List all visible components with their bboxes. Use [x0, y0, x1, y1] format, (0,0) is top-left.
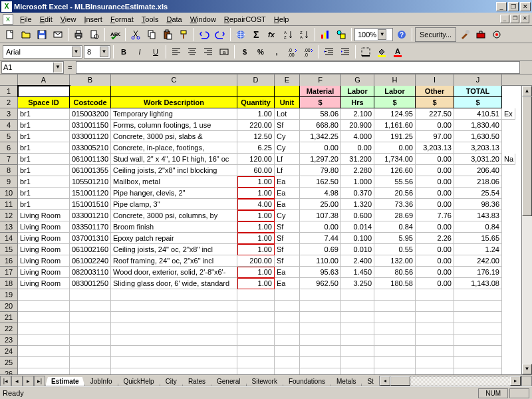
paste-function-button[interactable]: fx: [265, 27, 280, 42]
row-header-2[interactable]: 2: [0, 97, 18, 108]
email-button[interactable]: [51, 27, 65, 42]
cell-F3[interactable]: 58.06: [300, 108, 341, 120]
cell-B16[interactable]: 061002240: [70, 255, 111, 267]
cell-D23[interactable]: [237, 334, 275, 346]
cell-D3[interactable]: 1.00: [237, 108, 275, 120]
cell-D7[interactable]: 120.00: [237, 154, 275, 165]
cell-C4[interactable]: Forms, column footings, 1 use: [111, 120, 237, 131]
currency-button[interactable]: $: [237, 45, 252, 59]
cell-F22[interactable]: [300, 323, 341, 334]
new-button[interactable]: [3, 27, 17, 42]
decrease-indent-button[interactable]: [322, 45, 336, 59]
sheet-tab-estimate[interactable]: Estimate: [45, 377, 85, 386]
cell-G18[interactable]: 3.250: [341, 278, 374, 289]
cell-G22[interactable]: [341, 323, 374, 334]
cell-G5[interactable]: 4.000: [341, 131, 374, 142]
cell-C9[interactable]: Mailbox, metal: [111, 176, 237, 188]
cell-G16[interactable]: 2.400: [341, 255, 374, 267]
cell-G1[interactable]: Labor: [341, 86, 374, 97]
cell-G23[interactable]: [341, 334, 374, 346]
menu-window[interactable]: Window: [186, 14, 220, 25]
open-button[interactable]: [19, 27, 33, 42]
cell-C2[interactable]: Work Description: [111, 97, 237, 108]
cell-A23[interactable]: [18, 334, 70, 346]
cell-G21[interactable]: [341, 312, 374, 323]
cell-F14[interactable]: 7.44: [300, 233, 341, 244]
cell-I14[interactable]: 2.26: [416, 233, 454, 244]
cell-J18[interactable]: 1,143.08: [454, 278, 502, 289]
copy-button[interactable]: [144, 27, 159, 42]
cell-H14[interactable]: 5.95: [374, 233, 416, 244]
cell-F7[interactable]: 1,297.20: [300, 154, 341, 165]
cell-C26[interactable]: [111, 368, 237, 374]
sheet-tab-rates[interactable]: Rates: [182, 377, 211, 386]
cell-G12[interactable]: 0.600: [341, 210, 374, 221]
cell-A25[interactable]: [18, 357, 70, 368]
cell-D17[interactable]: 1.00: [237, 267, 275, 278]
cell-J5[interactable]: 1,630.50: [454, 131, 502, 142]
cell-I1[interactable]: Other: [416, 86, 454, 97]
cell-D2[interactable]: Quantity: [237, 97, 275, 108]
cell-F21[interactable]: [300, 312, 341, 323]
row-header-23[interactable]: 23: [0, 334, 18, 346]
cell-I7[interactable]: 0.00: [416, 154, 454, 165]
cell-A5[interactable]: br1: [18, 131, 70, 142]
tab-next-button[interactable]: ▸: [23, 376, 34, 386]
cell-G25[interactable]: [341, 357, 374, 368]
cell-E20[interactable]: [275, 301, 300, 312]
bold-button[interactable]: B: [116, 45, 131, 59]
menu-repaircost[interactable]: RepairCOST: [220, 14, 270, 25]
cell-G8[interactable]: 2.280: [341, 165, 374, 176]
cell-D12[interactable]: 1.00: [237, 210, 275, 221]
cell-I3[interactable]: 227.50: [416, 108, 454, 120]
cell-J3[interactable]: 410.51: [454, 108, 502, 120]
cell-I11[interactable]: 0.00: [416, 199, 454, 210]
cell-D15[interactable]: 1.00: [237, 244, 275, 255]
row-header-3[interactable]: 3: [0, 108, 18, 120]
cell-J14[interactable]: 15.65: [454, 233, 502, 244]
cell-I9[interactable]: 0.00: [416, 176, 454, 188]
cell-H7[interactable]: 1,734.00: [374, 154, 416, 165]
scroll-up-button[interactable]: ▲: [522, 86, 532, 96]
cell-A12[interactable]: Living Room: [18, 210, 70, 221]
format-painter-button[interactable]: [176, 27, 191, 42]
cell-F4[interactable]: 668.80: [300, 120, 341, 131]
cell-B23[interactable]: [70, 334, 111, 346]
cell-B11[interactable]: 151001510: [70, 199, 111, 210]
cell-D13[interactable]: 1.00: [237, 221, 275, 233]
cell-A10[interactable]: br1: [18, 188, 70, 199]
cell-H19[interactable]: [374, 289, 416, 301]
chart-wizard-button[interactable]: [318, 27, 332, 42]
fill-color-button[interactable]: [374, 45, 389, 59]
cell-E12[interactable]: Cy: [275, 210, 300, 221]
scroll-down-button[interactable]: ▼: [522, 364, 532, 374]
cell-F5[interactable]: 1,342.25: [300, 131, 341, 142]
cell-A19[interactable]: [18, 289, 70, 301]
cell-D25[interactable]: [237, 357, 275, 368]
row-header-12[interactable]: 12: [0, 210, 18, 221]
align-right-button[interactable]: [201, 45, 215, 59]
cell-E19[interactable]: [275, 289, 300, 301]
font-size-combo[interactable]: 8▼: [84, 45, 110, 59]
cell-C16[interactable]: Roof framing, 24" oc, 2"x6" incl: [111, 255, 237, 267]
cell-B15[interactable]: 061002160: [70, 244, 111, 255]
cell-F17[interactable]: 95.63: [300, 267, 341, 278]
cell-C6[interactable]: Concrete, in-place, footings,: [111, 142, 237, 154]
row-header-24[interactable]: 24: [0, 346, 18, 357]
row-header-9[interactable]: 9: [0, 176, 18, 188]
cell-G3[interactable]: 2.100: [341, 108, 374, 120]
mdi-restore-button[interactable]: ❐: [510, 15, 519, 23]
close-button[interactable]: ✕: [520, 2, 531, 11]
row-header-1[interactable]: 1: [0, 86, 18, 97]
row-header-8[interactable]: 8: [0, 165, 18, 176]
cell-D20[interactable]: [237, 301, 275, 312]
align-left-button[interactable]: [169, 45, 184, 59]
cell-A9[interactable]: br1: [18, 176, 70, 188]
cell-C10[interactable]: Pipe hanger, clevis, 2": [111, 188, 237, 199]
cell-B1[interactable]: [70, 86, 111, 97]
cell-D21[interactable]: [237, 312, 275, 323]
cell-G15[interactable]: 0.010: [341, 244, 374, 255]
cell-G13[interactable]: 0.014: [341, 221, 374, 233]
cell-I22[interactable]: [416, 323, 454, 334]
cell-J11[interactable]: 98.36: [454, 199, 502, 210]
